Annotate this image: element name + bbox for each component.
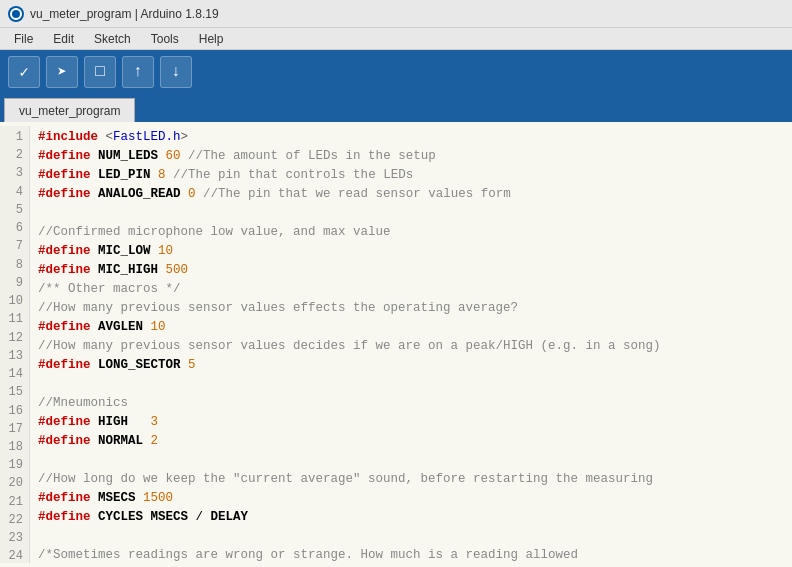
menu-tools[interactable]: Tools	[141, 30, 189, 48]
menu-bar: File Edit Sketch Tools Help	[0, 28, 792, 50]
tab-vu-meter-program[interactable]: vu_meter_program	[4, 98, 135, 122]
open-button[interactable]: ↑	[122, 56, 154, 88]
toolbar: ✓ ➤ □ ↑ ↓	[0, 50, 792, 94]
title-bar: vu_meter_program | Arduino 1.8.19	[0, 0, 792, 28]
new-button[interactable]: □	[84, 56, 116, 88]
menu-help[interactable]: Help	[189, 30, 234, 48]
menu-file[interactable]: File	[4, 30, 43, 48]
code-editor[interactable]: #include <FastLED.h> #define NUM_LEDS 60…	[30, 126, 792, 563]
menu-sketch[interactable]: Sketch	[84, 30, 141, 48]
menu-edit[interactable]: Edit	[43, 30, 84, 48]
editor: 12345 678910 1112131415 1617181920 21222…	[0, 122, 792, 567]
window-title: vu_meter_program | Arduino 1.8.19	[30, 7, 219, 21]
verify-button[interactable]: ✓	[8, 56, 40, 88]
line-numbers: 12345 678910 1112131415 1617181920 21222…	[0, 126, 30, 563]
upload-button[interactable]: ➤	[46, 56, 78, 88]
save-button[interactable]: ↓	[160, 56, 192, 88]
tab-bar: vu_meter_program	[0, 94, 792, 122]
app-icon	[8, 6, 24, 22]
